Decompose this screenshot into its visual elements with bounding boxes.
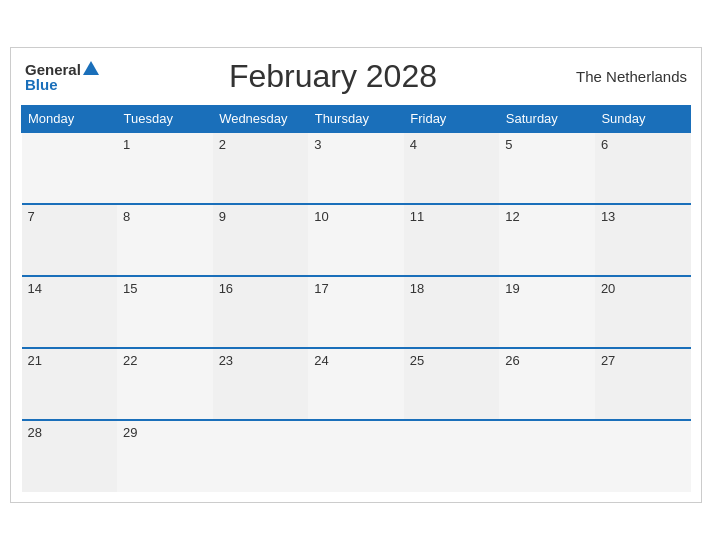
day-number: 13 — [601, 209, 615, 224]
week-row-4: 2829 — [22, 420, 691, 492]
day-number: 24 — [314, 353, 328, 368]
logo-blue-text: Blue — [25, 77, 58, 92]
day-number: 12 — [505, 209, 519, 224]
week-row-3: 21222324252627 — [22, 348, 691, 420]
day-number: 17 — [314, 281, 328, 296]
day-cell — [499, 420, 595, 492]
day-cell: 1 — [117, 132, 213, 204]
day-number: 1 — [123, 137, 130, 152]
calendar-title: February 2028 — [99, 58, 567, 95]
day-number: 19 — [505, 281, 519, 296]
day-number: 3 — [314, 137, 321, 152]
day-number: 10 — [314, 209, 328, 224]
day-number: 5 — [505, 137, 512, 152]
day-cell: 27 — [595, 348, 691, 420]
calendar-header: General Blue February 2028 The Netherlan… — [21, 58, 691, 95]
day-number: 25 — [410, 353, 424, 368]
day-cell: 3 — [308, 132, 404, 204]
logo-triangle-icon — [83, 61, 99, 75]
day-cell: 23 — [213, 348, 309, 420]
day-cell: 16 — [213, 276, 309, 348]
col-monday: Monday — [22, 106, 118, 133]
col-sunday: Sunday — [595, 106, 691, 133]
day-number: 16 — [219, 281, 233, 296]
day-number: 8 — [123, 209, 130, 224]
day-cell: 29 — [117, 420, 213, 492]
day-cell — [404, 420, 500, 492]
logo-general-text: General — [25, 62, 81, 77]
day-number: 23 — [219, 353, 233, 368]
day-cell: 4 — [404, 132, 500, 204]
day-cell: 28 — [22, 420, 118, 492]
col-thursday: Thursday — [308, 106, 404, 133]
day-number: 15 — [123, 281, 137, 296]
day-cell — [22, 132, 118, 204]
day-cell: 5 — [499, 132, 595, 204]
day-number: 26 — [505, 353, 519, 368]
col-saturday: Saturday — [499, 106, 595, 133]
day-cell: 14 — [22, 276, 118, 348]
day-cell: 13 — [595, 204, 691, 276]
day-number: 2 — [219, 137, 226, 152]
day-cell: 7 — [22, 204, 118, 276]
days-header-row: Monday Tuesday Wednesday Thursday Friday… — [22, 106, 691, 133]
day-cell: 20 — [595, 276, 691, 348]
day-number: 22 — [123, 353, 137, 368]
day-number: 28 — [28, 425, 42, 440]
day-number: 20 — [601, 281, 615, 296]
col-friday: Friday — [404, 106, 500, 133]
day-cell — [213, 420, 309, 492]
week-row-2: 14151617181920 — [22, 276, 691, 348]
day-number: 9 — [219, 209, 226, 224]
day-number: 7 — [28, 209, 35, 224]
week-row-0: 123456 — [22, 132, 691, 204]
day-cell: 18 — [404, 276, 500, 348]
day-cell: 19 — [499, 276, 595, 348]
day-cell — [595, 420, 691, 492]
day-cell: 8 — [117, 204, 213, 276]
day-cell: 26 — [499, 348, 595, 420]
day-cell — [308, 420, 404, 492]
col-tuesday: Tuesday — [117, 106, 213, 133]
day-cell: 12 — [499, 204, 595, 276]
day-cell: 10 — [308, 204, 404, 276]
calendar-country: The Netherlands — [567, 68, 687, 85]
logo: General Blue — [25, 61, 99, 92]
day-number: 27 — [601, 353, 615, 368]
day-cell: 6 — [595, 132, 691, 204]
calendar-table: Monday Tuesday Wednesday Thursday Friday… — [21, 105, 691, 492]
day-cell: 24 — [308, 348, 404, 420]
day-cell: 21 — [22, 348, 118, 420]
day-cell: 11 — [404, 204, 500, 276]
day-number: 18 — [410, 281, 424, 296]
week-row-1: 78910111213 — [22, 204, 691, 276]
day-number: 14 — [28, 281, 42, 296]
day-cell: 22 — [117, 348, 213, 420]
day-cell: 9 — [213, 204, 309, 276]
col-wednesday: Wednesday — [213, 106, 309, 133]
day-number: 21 — [28, 353, 42, 368]
day-number: 6 — [601, 137, 608, 152]
calendar-wrapper: General Blue February 2028 The Netherlan… — [10, 47, 702, 503]
day-cell: 25 — [404, 348, 500, 420]
day-number: 29 — [123, 425, 137, 440]
day-cell: 2 — [213, 132, 309, 204]
day-cell: 15 — [117, 276, 213, 348]
day-cell: 17 — [308, 276, 404, 348]
day-number: 11 — [410, 209, 424, 224]
day-number: 4 — [410, 137, 417, 152]
